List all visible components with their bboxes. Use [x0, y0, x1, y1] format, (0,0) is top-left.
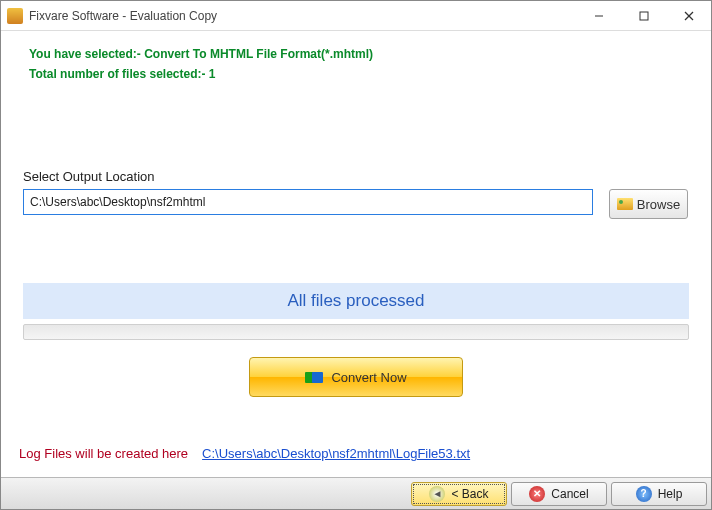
app-icon: [7, 8, 23, 24]
svg-rect-1: [640, 12, 648, 20]
bottom-button-bar: ◄ < Back ✕ Cancel ? Help: [1, 477, 711, 509]
back-button[interactable]: ◄ < Back: [411, 482, 507, 506]
browse-label: Browse: [637, 197, 680, 212]
close-button[interactable]: [666, 1, 711, 30]
log-file-link[interactable]: C:\Users\abc\Desktop\nsf2mhtml\LogFile53…: [202, 446, 470, 461]
help-button[interactable]: ? Help: [611, 482, 707, 506]
window-buttons: [576, 1, 711, 30]
output-path-input[interactable]: [23, 189, 593, 215]
selected-format-text: You have selected:- Convert To MHTML Fil…: [29, 47, 693, 61]
progress-bar: [23, 324, 689, 340]
window-title: Fixvare Software - Evaluation Copy: [29, 9, 217, 23]
back-label: < Back: [451, 487, 488, 501]
help-label: Help: [658, 487, 683, 501]
convert-label: Convert Now: [331, 370, 406, 385]
browse-button[interactable]: Browse: [609, 189, 688, 219]
log-file-note: Log Files will be created here C:\Users\…: [19, 446, 470, 461]
content-area: You have selected:- Convert To MHTML Fil…: [1, 31, 711, 97]
minimize-button[interactable]: [576, 1, 621, 30]
file-count-text: Total number of files selected:- 1: [29, 67, 693, 81]
cancel-icon: ✕: [529, 486, 545, 502]
help-icon: ?: [636, 486, 652, 502]
output-location-label: Select Output Location: [23, 169, 155, 184]
convert-icon: [305, 369, 323, 385]
cancel-label: Cancel: [551, 487, 588, 501]
back-icon: ◄: [429, 486, 445, 502]
folder-icon: [617, 198, 633, 210]
log-file-label: Log Files will be created here: [19, 446, 188, 461]
maximize-button[interactable]: [621, 1, 666, 30]
cancel-button[interactable]: ✕ Cancel: [511, 482, 607, 506]
convert-button[interactable]: Convert Now: [249, 357, 463, 397]
status-message: All files processed: [23, 283, 689, 319]
titlebar: Fixvare Software - Evaluation Copy: [1, 1, 711, 31]
